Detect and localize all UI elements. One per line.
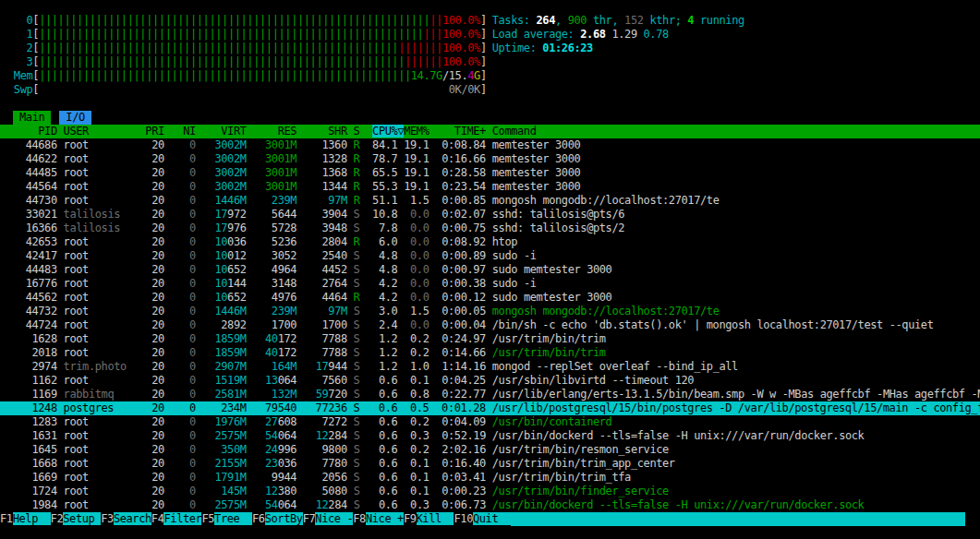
process-row-16776[interactable]: 16776 root 20 0 10144 3148 2764 S 4.2 0.…: [0, 277, 980, 291]
fn-button-nice[interactable]: Nice +: [366, 512, 404, 525]
col-header-cpu-sorted[interactable]: CPU%▽: [372, 125, 404, 138]
load-average: Load average: 2.68 1.29 0.78: [492, 28, 744, 42]
fn-button-tree[interactable]: Tree: [214, 512, 252, 525]
process-row-44732[interactable]: 44732 root 20 0 1446M 239M 97M S 3.0 1.5…: [0, 305, 980, 318]
col-header-ni[interactable]: NI: [171, 125, 202, 138]
process-row-1283[interactable]: 1283 root 20 0 1976M 27608 7272 S 0.6 0.…: [0, 415, 980, 429]
fn-button-quit[interactable]: Quit: [473, 512, 511, 525]
process-row-1669[interactable]: 1669 root 20 0 1791M 9944 2056 S 0.6 0.1…: [0, 471, 980, 485]
process-row-1668[interactable]: 1668 root 20 0 2155M 23036 7780 S 0.6 0.…: [0, 457, 980, 471]
process-row-44730[interactable]: 44730 root 20 0 1446M 239M 97M R 51.1 1.…: [0, 194, 980, 208]
fn-button-setup[interactable]: Setup: [63, 512, 101, 525]
fnbar-filler: [511, 512, 965, 526]
uptime: Uptime: 01:26:23: [492, 42, 744, 55]
process-row-2974[interactable]: 2974 trim.photo 20 0 2907M 164M 17944 S …: [0, 360, 980, 374]
fn-kill[interactable]: F9Kill: [404, 512, 454, 526]
fn-help[interactable]: F1Help: [0, 512, 51, 526]
process-row-44686[interactable]: 44686 root 20 0 3002M 3001M 1360 R 84.1 …: [0, 138, 980, 152]
fn-button-help[interactable]: Help: [13, 512, 51, 525]
process-row-44483[interactable]: 44483 root 20 0 10652 4964 4452 S 4.8 0.…: [0, 263, 980, 277]
fn-button-filter[interactable]: Filter: [163, 512, 201, 525]
f1-key-label: F1: [0, 512, 13, 525]
blank-line: [0, 97, 980, 111]
col-header-mem[interactable]: MEM%: [404, 125, 435, 138]
process-row-1248[interactable]: 1248 postgres 20 0 234M 79540 77236 S 0.…: [0, 401, 980, 415]
process-row-44485[interactable]: 44485 root 20 0 3002M 3001M 1368 R 65.5 …: [0, 166, 980, 180]
fn-sortby[interactable]: F6SortBy: [252, 512, 303, 526]
f9-key-label: F9: [404, 512, 417, 525]
col-header-pri[interactable]: PRI: [139, 125, 171, 138]
process-row-1628[interactable]: 1628 root 20 0 1859M 40172 7788 S 1.2 0.…: [0, 332, 980, 346]
col-header-state[interactable]: S: [354, 125, 372, 138]
process-row-2018[interactable]: 2018 root 20 0 1859M 40172 7788 S 1.2 0.…: [0, 346, 980, 360]
f7-key-label: F7: [303, 512, 316, 525]
process-row-1631[interactable]: 1631 root 20 0 2575M 54064 12284 S 0.6 0…: [0, 429, 980, 443]
col-header-pid[interactable]: PID: [13, 125, 64, 138]
cpu-meter-0: 0[||||||||||||||||||||||||||||||||||||||…: [7, 14, 487, 28]
process-row-44622[interactable]: 44622 root 20 0 3002M 3001M 1328 R 78.7 …: [0, 152, 980, 166]
process-row-1162[interactable]: 1162 root 20 0 1519M 13064 7560 S 0.6 0.…: [0, 374, 980, 388]
col-header-user[interactable]: USER: [64, 125, 139, 138]
process-table: 44686 root 20 0 3002M 3001M 1360 R 84.1 …: [0, 138, 980, 512]
fn-nice[interactable]: F8Nice +: [353, 512, 404, 526]
f6-key-label: F6: [252, 512, 265, 525]
col-header-shr[interactable]: SHR: [303, 125, 354, 138]
process-row-44724[interactable]: 44724 root 20 0 2892 1700 1700 S 2.4 0.0…: [0, 318, 980, 332]
process-row-42653[interactable]: 42653 root 20 0 10036 5236 2804 R 6.0 0.…: [0, 235, 980, 249]
process-row-1645[interactable]: 1645 root 20 0 350M 24996 9800 S 0.6 0.2…: [0, 443, 980, 457]
tab-main[interactable]: Main: [13, 111, 51, 125]
memory-meter: Mem[||||||||||||||||||||||||||||||||||||…: [7, 69, 487, 83]
meter-column: 0[||||||||||||||||||||||||||||||||||||||…: [7, 14, 487, 97]
process-row-42417[interactable]: 42417 root 20 0 10012 3052 2540 S 4.8 0.…: [0, 249, 980, 263]
process-row-16366[interactable]: 16366 talilosis 20 0 17976 5728 3948 S 7…: [0, 222, 980, 235]
process-row-44564[interactable]: 44564 root 20 0 3002M 3001M 1344 R 55.3 …: [0, 180, 980, 194]
fn-button-search[interactable]: Search: [114, 512, 151, 525]
cpu-meter-1: 1[||||||||||||||||||||||||||||||||||||||…: [7, 28, 487, 42]
process-row-1984[interactable]: 1984 root 20 0 2575M 54064 12284 S 0.6 0…: [0, 498, 980, 512]
fn-button-nice[interactable]: Nice -: [315, 512, 353, 525]
process-row-1169[interactable]: 1169 rabbitmq 20 0 2581M 132M 59720 S 0.…: [0, 388, 980, 401]
f8-key-label: F8: [353, 512, 366, 525]
function-key-bar: F1Help F2Setup F3SearchF4FilterF5Tree F6…: [0, 512, 980, 526]
f3-key-label: F3: [101, 512, 114, 525]
f2-key-label: F2: [51, 512, 64, 525]
fn-filter[interactable]: F4Filter: [151, 512, 202, 526]
fn-search[interactable]: F3Search: [101, 512, 151, 526]
fn-nice[interactable]: F7Nice -: [303, 512, 354, 526]
fn-tree[interactable]: F5Tree: [201, 512, 252, 526]
cpu-meter-2: 2[||||||||||||||||||||||||||||||||||||||…: [7, 42, 487, 55]
f10-key-label: F10: [454, 512, 472, 525]
table-header: PID USER PRI NI VIRT RES SHR S CPU%▽MEM%…: [0, 125, 980, 138]
tab-io[interactable]: I/O: [59, 111, 91, 125]
fn-button-kill[interactable]: Kill: [417, 512, 454, 525]
col-header-time[interactable]: TIME+: [435, 125, 491, 138]
col-header-res[interactable]: RES: [252, 125, 303, 138]
header-meters: 0[||||||||||||||||||||||||||||||||||||||…: [0, 14, 980, 97]
cpu-meter-3: 3[||||||||||||||||||||||||||||||||||||||…: [7, 55, 487, 69]
process-row-33021[interactable]: 33021 talilosis 20 0 17972 5644 3904 S 1…: [0, 208, 980, 222]
col-header-virt[interactable]: VIRT: [202, 125, 253, 138]
stats-column: Tasks: 264, 900 thr, 152 kthr; 4 running…: [492, 14, 744, 97]
process-row-44562[interactable]: 44562 root 20 0 10652 4976 4464 R 4.2 0.…: [0, 291, 980, 305]
col-header-command[interactable]: Command: [492, 125, 537, 138]
fn-quit[interactable]: F10Quit: [454, 512, 510, 526]
tasks-summary: Tasks: 264, 900 thr, 152 kthr; 4 running: [492, 14, 744, 28]
process-row-1724[interactable]: 1724 root 20 0 145M 12380 5080 S 0.6 0.1…: [0, 485, 980, 498]
fn-setup[interactable]: F2Setup: [51, 512, 102, 526]
htop-terminal: 0[||||||||||||||||||||||||||||||||||||||…: [0, 0, 980, 539]
f4-key-label: F4: [151, 512, 164, 525]
fn-button-sortby[interactable]: SortBy: [265, 512, 303, 525]
swap-meter: Swp[ 0K/0K]: [7, 83, 487, 97]
screen-tabs: Main I/O: [0, 111, 980, 125]
f5-key-label: F5: [201, 512, 214, 525]
